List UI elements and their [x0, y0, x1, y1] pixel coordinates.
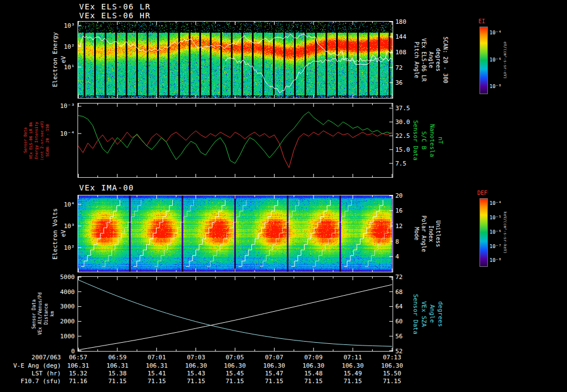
polar-angle-axis-label: Polar Angle — [421, 215, 427, 252]
alt-sza-line-canvas — [78, 277, 393, 351]
els-y-axis-title-text: Electron Energy — [51, 32, 59, 87]
plot-title-els-lr: VEx ELS-06 LR — [79, 2, 151, 11]
alt-sza-panel — [78, 276, 393, 352]
els-bk-axis-labels: Sensor Data VEx ELS-06 LR Bk Energy Inte… — [21, 103, 52, 178]
alt-venus-label: VEx Alt/Venus/Pd — [38, 292, 43, 335]
els-energy-tick: 10³ — [55, 22, 75, 29]
lst-value: 15.50 — [379, 370, 405, 377]
f107-value: 71.15 — [379, 378, 405, 385]
ve-ang-row-label: V-E Ang (deg) — [0, 362, 61, 369]
plot-title-ima: VEx IMA-00 — [79, 183, 134, 192]
mode-axis-label: Mode — [414, 227, 420, 240]
lst-value: 15.38 — [104, 370, 131, 377]
time-tick-label: 07:01 — [145, 354, 169, 361]
ima-spectrogram-panel — [78, 195, 393, 272]
altitude-axis-labels: Sensor Data VEx Alt/Venus/Pd Distance km — [32, 276, 54, 352]
els-energy-tick: 10² — [55, 43, 75, 50]
lst-value: 15.48 — [300, 370, 327, 377]
degrees-axis-label: degrees — [435, 48, 441, 71]
ve-ang-value: 106.30 — [339, 362, 366, 369]
degrees-label: degrees — [437, 301, 444, 327]
ima-energy-tick: 10² — [55, 244, 75, 251]
lst-value: 15.47 — [261, 370, 287, 377]
els-colorbar-title: EI — [478, 18, 485, 24]
time-tick-label: 07:13 — [380, 354, 404, 361]
vex-sza-label: VEx SZA — [420, 301, 427, 327]
time-tick-label: 07:03 — [184, 354, 208, 361]
els-spectrogram-canvas — [78, 22, 393, 98]
f107-row-label: F10.7 (sfu) — [0, 378, 61, 385]
f107-value: 71.16 — [65, 378, 91, 385]
ve-ang-value: 106.30 — [300, 362, 327, 369]
scan-range-label: SCAN: 20 - 300 — [442, 37, 449, 83]
ve-ang-value: 106.30 — [183, 362, 209, 369]
altitude-tick: 2000 — [55, 318, 75, 325]
lst-value: 15.41 — [143, 370, 170, 377]
f107-value: 71.15 — [183, 378, 209, 385]
lst-value: 15.32 — [65, 370, 91, 377]
ima-energy-tick: 10³ — [55, 223, 75, 230]
ima-y-axis-title-text: Electron Volts — [51, 208, 59, 260]
vex-summary-plot-page: VEx ELS-06 LR VEx ELS-06 HR Electron Ene… — [0, 0, 567, 392]
lst-value: 15.49 — [339, 370, 366, 377]
els-colorbar — [480, 27, 488, 94]
angle-axis-label: Angle — [428, 51, 434, 68]
time-tick-label: 07:09 — [301, 354, 326, 361]
f107-value: 71.15 — [261, 378, 287, 385]
energy-intensity-label: Energy Intensity — [34, 122, 39, 159]
sensor-data-label: Sensor Data — [32, 300, 37, 329]
ima-colorbar-unit: keV/(cm²-s-sr-keV) — [502, 198, 508, 267]
angle-label: Angle — [429, 305, 436, 323]
sensor-data-label: Sensor Data — [412, 294, 419, 334]
nanotesla-label: Nanotesla — [429, 124, 436, 157]
time-tick-label: 06:57 — [66, 354, 90, 361]
ima-energy-tick: 10⁴ — [55, 201, 75, 208]
ima-colorbar-title: DEF — [477, 190, 487, 196]
els-right-axis-labels: Pitch Angle VEx ELS-06 LR Angle degrees … — [411, 21, 451, 99]
els-y-axis-title: Electron Energy eV — [51, 21, 68, 99]
time-tick-label: 06:59 — [105, 354, 130, 361]
f107-value: 71.15 — [221, 378, 248, 385]
intensity-unit-label: (cnt 2-sr-sec-eV) — [40, 121, 44, 161]
sensor-data-label: Sensor Data — [412, 120, 419, 161]
altitude-tick: 3000 — [55, 303, 75, 310]
lst-value: 15.43 — [183, 370, 209, 377]
els-lr-axis-label: VEx ELS-06 LR — [421, 38, 427, 81]
ve-ang-value: 106.30 — [261, 362, 287, 369]
time-tick-label: 07:11 — [341, 354, 365, 361]
ima-y-axis-unit: eV — [60, 230, 67, 237]
ima-colorbar — [480, 198, 488, 267]
sensor-data-label: Sensor Data — [23, 127, 28, 153]
ve-ang-value: 106.31 — [65, 362, 91, 369]
f107-value: 71.15 — [300, 378, 327, 385]
intensity-tick: 10⁻³ — [55, 102, 75, 110]
ima-right-axis-labels: Mode Polar Angle Index Unitless — [411, 195, 444, 272]
f107-value: 71.15 — [143, 378, 170, 385]
sc-b-label: S/C B — [420, 131, 427, 149]
index-axis-label: Index — [428, 225, 434, 242]
distance-label: Distance — [44, 303, 49, 325]
els-colorbar-unit-text: eV/(cm²-s-sr-eV) — [503, 42, 507, 79]
ve-ang-value: 106.30 — [379, 362, 405, 369]
ima-spectrogram-canvas — [78, 195, 393, 272]
lst-value: 15.45 — [221, 370, 248, 377]
els-spectrogram-panel — [78, 21, 393, 99]
els-bk-label: VEx ELS-06 LR Bk — [29, 122, 33, 159]
scan-range-label: SCAN: 20 - 150 — [45, 124, 50, 157]
altitude-tick: 4000 — [55, 288, 75, 296]
f107-value: 71.15 — [339, 378, 366, 385]
km-unit-label: km — [50, 311, 55, 317]
unitless-axis-label: Unitless — [435, 220, 441, 247]
time-tick-label: 07:05 — [223, 354, 247, 361]
f107-value: 71.15 — [104, 378, 131, 385]
altitude-tick: 1000 — [55, 333, 75, 340]
pitch-angle-axis-label: Pitch Angle — [414, 42, 420, 78]
ve-ang-value: 106.30 — [221, 362, 248, 369]
ima-colorbar-unit-text: keV/(cm²-s-sr-keV) — [503, 212, 507, 254]
altitude-tick: 5000 — [55, 274, 75, 281]
ve-ang-value: 106.31 — [104, 362, 131, 369]
bfield-line-canvas — [78, 104, 393, 177]
ve-ang-value: 106.31 — [143, 362, 170, 369]
sza-right-axis-labels: Sensor Data VEx SZA Angle degrees — [411, 276, 445, 352]
bfield-right-axis-labels: Sensor Data S/C B Nanotesla nT — [411, 103, 445, 178]
